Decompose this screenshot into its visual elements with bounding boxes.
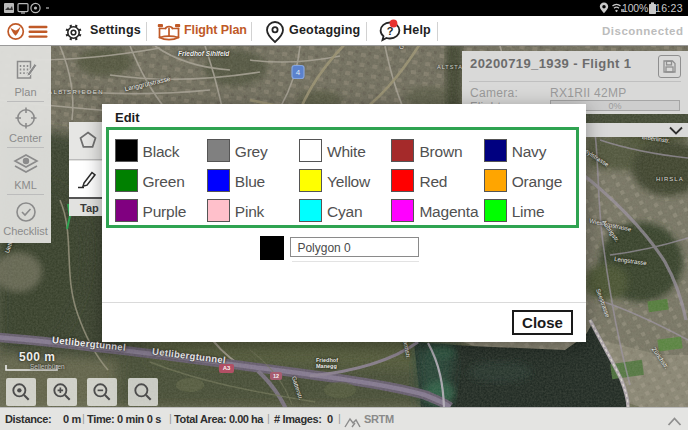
svg-text:4: 4 bbox=[296, 68, 301, 77]
